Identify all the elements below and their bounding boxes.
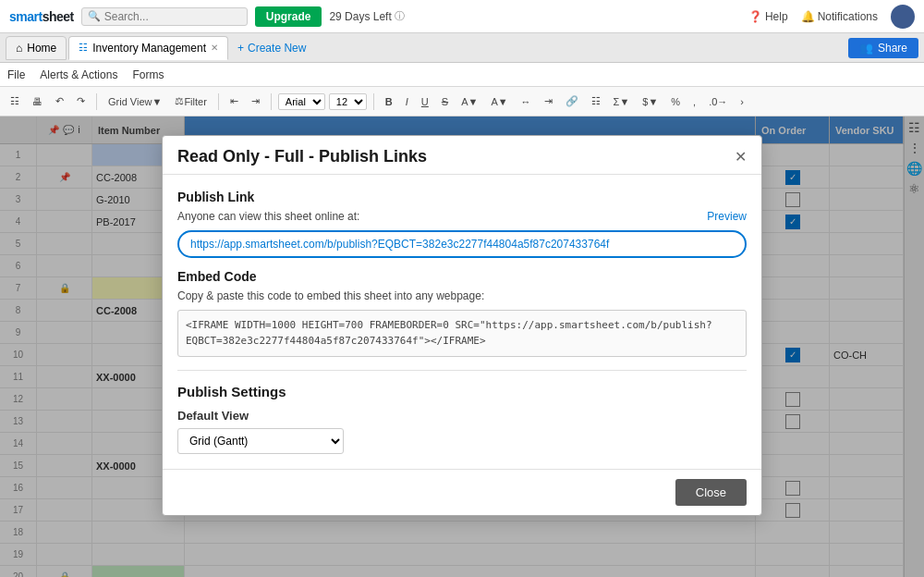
toolbar-undo-icon[interactable]: ↶	[51, 92, 68, 110]
modal-close-footer-button[interactable]: Close	[675, 479, 747, 506]
publish-url-row	[177, 230, 747, 258]
share-button[interactable]: 👥 Share	[848, 38, 918, 58]
currency-icon[interactable]: $▼	[638, 93, 663, 110]
embed-code-desc: Copy & paste this code to embed this she…	[177, 289, 747, 302]
embed-code-title: Embed Code	[177, 269, 747, 284]
help-button[interactable]: ❓ Help	[748, 10, 788, 23]
search-input[interactable]	[104, 10, 234, 23]
top-bar: smartsheet 🔍 Upgrade 29 Days Left ⓘ ❓ He…	[0, 0, 924, 33]
publish-link-desc: Anyone can view this sheet online at: Pr…	[177, 210, 747, 223]
toolbar-separator-3	[271, 93, 272, 110]
tab-close-icon[interactable]: ✕	[211, 43, 218, 53]
size-selector[interactable]: 12	[329, 93, 367, 110]
notifications-button[interactable]: 🔔 Notifications	[801, 10, 878, 23]
toolbar-separator-4	[373, 93, 374, 110]
help-icon: ❓	[748, 10, 762, 23]
modal-footer: Close	[163, 469, 761, 515]
toolbar-grid-icon[interactable]: ☷	[6, 92, 24, 110]
align-center-icon[interactable]: ⇥	[247, 92, 264, 110]
toolbar-print-icon[interactable]: 🖶	[28, 93, 47, 110]
grid-view-button[interactable]: Grid View ▼	[103, 93, 166, 110]
sheet-icon: ☷	[79, 42, 88, 54]
modal-title-bar: Read Only - Full - Publish Links ✕	[163, 136, 761, 175]
link-icon[interactable]: 🔗	[561, 92, 583, 110]
align-options-icon[interactable]: ↔	[517, 93, 536, 110]
increase-decimal-icon[interactable]: .0→	[704, 93, 732, 110]
underline-button[interactable]: U	[417, 93, 433, 110]
strikethrough-button[interactable]: S	[437, 93, 453, 110]
menu-bar: File Alerts & Actions Forms	[0, 63, 924, 87]
menu-file[interactable]: File	[7, 68, 25, 81]
bold-button[interactable]: B	[381, 93, 397, 110]
logo: smartsheet	[9, 9, 74, 24]
italic-button[interactable]: I	[401, 93, 413, 110]
top-right-controls: ❓ Help 🔔 Notifications	[748, 5, 915, 29]
menu-forms[interactable]: Forms	[132, 68, 164, 81]
default-view-label: Default View	[177, 409, 747, 423]
toolbar-separator-2	[218, 93, 219, 110]
search-box[interactable]: 🔍	[81, 7, 248, 26]
days-left: 29 Days Left ⓘ	[329, 9, 404, 23]
toolbar-separator-1	[96, 93, 97, 110]
sigma-icon[interactable]: Σ▼	[609, 93, 635, 110]
toolbar: ☷ 🖶 ↶ ↷ Grid View ▼ ⚖ Filter ⇤ ⇥ Arial 1…	[0, 87, 924, 117]
modal-overlay: Read Only - Full - Publish Links ✕ Publi…	[0, 117, 924, 577]
publish-settings-title: Publish Settings	[177, 384, 747, 399]
align-left-icon[interactable]: ⇤	[225, 92, 243, 110]
font-selector[interactable]: Arial	[278, 93, 325, 110]
filter-button[interactable]: ⚖ Filter	[170, 92, 211, 110]
fill-color-icon[interactable]: A▼	[456, 93, 482, 110]
more-icon[interactable]: ›	[736, 93, 748, 110]
embed-code-box[interactable]: <IFRAME WIDTH=1000 HEIGHT=700 FRAMEBORDE…	[177, 310, 747, 357]
people-icon: 👥	[859, 42, 873, 55]
tab-bar: ⌂ Home ☷ Inventory Management ✕ + Create…	[0, 33, 924, 63]
publish-links-modal: Read Only - Full - Publish Links ✕ Publi…	[162, 135, 762, 516]
info-icon: ⓘ	[395, 9, 405, 23]
percent-icon[interactable]: %	[666, 93, 685, 110]
menu-alerts[interactable]: Alerts & Actions	[40, 68, 117, 81]
indent-icon[interactable]: ⇥	[540, 92, 557, 110]
publish-link-title: Publish Link	[177, 190, 747, 204]
table-icon[interactable]: ☷	[587, 92, 605, 110]
home-icon: ⌂	[16, 42, 22, 55]
default-view-select[interactable]: Grid (Gantt) Grid Gantt Calendar	[177, 428, 344, 454]
modal-close-button[interactable]: ✕	[735, 148, 747, 166]
upgrade-button[interactable]: Upgrade	[255, 6, 322, 27]
publish-url-input[interactable]	[177, 230, 747, 258]
text-color-icon[interactable]: A▼	[486, 93, 512, 110]
modal-body: Publish Link Anyone can view this sheet …	[163, 175, 761, 469]
bell-icon: 🔔	[801, 10, 815, 23]
tab-home[interactable]: ⌂ Home	[6, 36, 67, 60]
toolbar-redo-icon[interactable]: ↷	[72, 92, 90, 110]
main-area: 📌 💬 i Item Number On Order Vendor SKU 1	[0, 117, 924, 577]
divider	[177, 370, 747, 371]
decimal-icon[interactable]: ,	[688, 93, 700, 110]
modal-title: Read Only - Full - Publish Links	[177, 147, 427, 166]
filter-icon: ⚖	[175, 95, 184, 107]
tab-inventory-management[interactable]: ☷ Inventory Management ✕	[68, 36, 228, 60]
user-avatar[interactable]	[891, 5, 915, 29]
plus-icon: +	[237, 42, 244, 55]
preview-link[interactable]: Preview	[707, 210, 747, 223]
create-new-tab[interactable]: + Create New	[230, 36, 313, 60]
search-icon: 🔍	[88, 10, 101, 22]
